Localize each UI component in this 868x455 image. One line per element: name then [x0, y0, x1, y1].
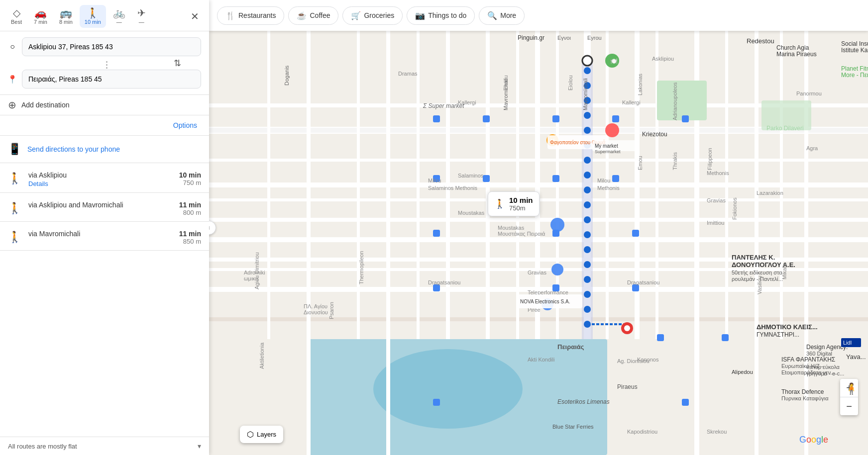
route1-name: via Asklipiou	[28, 171, 172, 179]
svg-text:Redestou: Redestou	[747, 37, 774, 45]
filter-restaurants[interactable]: 🍴 Restaurants	[217, 6, 284, 25]
svg-text:Dragatsaniou: Dragatsaniou	[428, 279, 460, 285]
svg-text:Fokionos: Fokionos	[732, 197, 738, 220]
route3-info: via Mavromichali	[28, 230, 172, 239]
origin-dot: ○	[8, 42, 17, 51]
svg-text:Blue Star Ferries: Blue Star Ferries	[552, 424, 594, 430]
svg-rect-85	[433, 284, 440, 291]
svg-point-47	[584, 246, 591, 253]
svg-text:Piraeus: Piraeus	[617, 383, 638, 390]
svg-rect-82	[433, 230, 440, 237]
svg-text:Panormou: Panormou	[796, 91, 822, 96]
svg-text:Methonis: Methonis	[707, 170, 729, 176]
svg-rect-87	[632, 284, 639, 291]
send-to-phone-label: Send directions to your phone	[27, 145, 120, 153]
svg-text:Πειραιάς: Πειραιάς	[557, 343, 584, 351]
filter-things-label: Things to do	[428, 11, 466, 19]
swap-button[interactable]: ⇅	[172, 56, 183, 71]
svg-point-174	[550, 218, 564, 232]
svg-text:Mavromichali: Mavromichali	[582, 78, 588, 110]
tooltip-walk-icon: 🚶	[494, 198, 505, 209]
svg-rect-73	[433, 115, 440, 122]
mode-car[interactable]: 🚗 7 min	[29, 5, 52, 28]
route-item-1[interactable]: 🚶 via Asklipiou Details 10 min 750 m	[0, 163, 209, 193]
street-view-pegman[interactable]: 🧍	[845, 382, 858, 395]
svg-text:Psaron: Psaron	[328, 302, 334, 319]
mode-best[interactable]: ◇ Best	[6, 5, 27, 28]
mode-walk[interactable]: 🚶 10 min	[80, 5, 106, 28]
svg-text:🍽️: 🍽️	[610, 57, 618, 65]
svg-text:Doganis: Doganis	[284, 65, 290, 86]
mode-car-label: 7 min	[34, 19, 47, 25]
filter-groceries-label: Groceries	[364, 11, 394, 19]
send-to-phone-row[interactable]: 📱 Send directions to your phone	[0, 136, 209, 163]
mode-bike[interactable]: 🚲 —	[108, 5, 130, 28]
svg-rect-74	[483, 115, 490, 122]
map-area: ‹ 🍴 Restaurants ☕ Coffee 🛒 Groceries 📷 T…	[209, 0, 868, 455]
svg-text:Kapodistriou: Kapodistriou	[627, 429, 657, 435]
route-inputs-container: ○ 📍 ⇅	[0, 31, 209, 95]
filter-coffee[interactable]: ☕ Coffee	[288, 6, 338, 25]
route1-right: 10 min 750 m	[179, 171, 201, 186]
mode-transit[interactable]: 🚌 8 min	[54, 5, 78, 28]
svg-text:Moustakas: Moustakas	[498, 225, 525, 231]
svg-point-2	[373, 349, 523, 429]
svg-text:Kriezotou: Kriezotou	[642, 131, 667, 138]
svg-rect-91	[682, 399, 689, 406]
svg-text:Milou: Milou	[428, 178, 441, 183]
svg-text:50ετής ειδίκευση στα: 50ετής ειδίκευση στα	[732, 270, 782, 275]
mode-flight[interactable]: ✈ —	[132, 5, 151, 28]
svg-text:Gravias: Gravias	[528, 270, 546, 275]
options-button[interactable]: Options	[169, 119, 201, 131]
svg-text:eshop εύκολα: eshop εύκολα	[806, 364, 840, 370]
svg-point-51	[584, 306, 591, 313]
svg-text:Salaminos Methonis: Salaminos Methonis	[428, 185, 478, 191]
svg-text:My market: My market	[595, 143, 618, 149]
svg-text:Skrekou: Skrekou	[707, 429, 727, 435]
add-destination-row[interactable]: ⊕ Add destination	[0, 95, 209, 115]
svg-text:NOVA Electronics S.A.: NOVA Electronics S.A.	[520, 299, 570, 304]
best-icon: ◇	[13, 8, 20, 18]
filter-more[interactable]: 🔍 More	[479, 6, 525, 25]
svg-text:ωμική: ωμική	[244, 275, 258, 281]
svg-rect-86	[552, 284, 559, 291]
layers-icon: ⬡	[247, 430, 254, 439]
svg-text:Eyrou: Eyrou	[587, 35, 602, 41]
route1-details-link[interactable]: Details	[28, 180, 172, 187]
svg-text:Eiolou: Eiolou	[503, 75, 509, 91]
svg-text:Lidl: Lidl	[843, 340, 852, 346]
svg-text:Eiolou: Eiolou	[567, 75, 573, 91]
route-item-3[interactable]: 🚶 via Mavromichali 11 min 850 m	[0, 222, 209, 251]
svg-point-50	[584, 291, 591, 298]
flat-notice-row[interactable]: All routes are mostly flat ▾	[0, 437, 209, 455]
svg-text:Supermarket: Supermarket	[595, 149, 621, 154]
mode-bike-label: —	[116, 19, 122, 25]
origin-input[interactable]	[22, 37, 201, 56]
svg-text:ΔΗΜΟΤΙΚΟ ΚΛΕΙΣ...: ΔΗΜΟΤΙΚΟ ΚΛΕΙΣ...	[757, 323, 818, 331]
route-item-2[interactable]: 🚶 via Asklipiou and Mavromichali 11 min …	[0, 193, 209, 222]
route3-name: via Mavromichali	[28, 230, 172, 238]
route1-info: via Asklipiou Details	[28, 171, 172, 187]
filter-more-label: More	[500, 11, 516, 19]
svg-text:ΠΛ. Αγίου: ΠΛ. Αγίου	[304, 303, 327, 309]
layers-button[interactable]: ⬡ Layers	[240, 426, 283, 443]
google-logo: Google	[799, 435, 828, 445]
filter-groceries[interactable]: 🛒 Groceries	[342, 6, 403, 25]
svg-text:Gravias: Gravias	[707, 197, 726, 203]
zoom-out-button[interactable]: −	[840, 397, 858, 415]
svg-point-45	[584, 216, 591, 223]
svg-rect-84	[632, 230, 639, 237]
car-icon: 🚗	[34, 8, 47, 18]
tooltip-info: 10 min 750m	[509, 196, 533, 212]
close-button[interactable]: ✕	[187, 8, 203, 24]
route2-time: 11 min	[179, 201, 201, 209]
origin-row: ○	[8, 37, 201, 56]
filter-things-to-do[interactable]: 📷 Things to do	[407, 6, 475, 25]
svg-point-44	[584, 201, 591, 208]
collapse-icon: ‹	[209, 224, 210, 231]
destination-input[interactable]	[22, 70, 201, 89]
route2-walk-icon: 🚶	[8, 202, 21, 215]
routes-list: 🚶 via Asklipiou Details 10 min 750 m 🚶 v…	[0, 163, 209, 437]
svg-point-39	[584, 127, 591, 134]
filter-bar: 🍴 Restaurants ☕ Coffee 🛒 Groceries 📷 Thi…	[209, 0, 868, 31]
